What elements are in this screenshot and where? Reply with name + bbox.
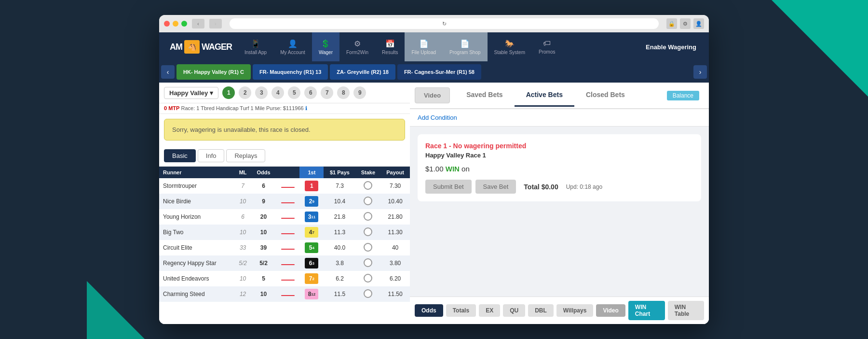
table-row: Charming Steed 12 10 812 11.5 11.50 [159,286,410,302]
nav-stable-system[interactable]: 🐎 Stable System [488,32,532,61]
nav-promos[interactable]: 🏷 Promos [532,32,562,61]
race-num-4[interactable]: 4 [271,86,284,99]
video-tab-btn[interactable]: Video [415,87,450,103]
nav-wager[interactable]: 💲 Wager [312,32,339,61]
race-tab-2[interactable]: ZA- Greyville (R2) 18 [330,64,395,80]
runner-payout: 10.40 [380,194,410,209]
race-tab-3[interactable]: FR- Cagnes-Sur-Mer (R1) 58 [397,64,481,80]
runner-name: Regency Happy Star [159,255,234,271]
next-race-btn[interactable]: › [693,65,707,79]
race-num-3[interactable]: 3 [255,86,268,99]
nav-program-shop[interactable]: 📄 Program Shop [443,32,487,61]
bottom-tab-video[interactable]: Video [596,304,625,317]
logo: AM 🐴 WAGER [164,40,238,54]
th-odds: Odds [251,167,275,178]
info-icon[interactable]: ℹ [305,105,307,111]
stable-label: Stable System [494,50,525,55]
bottom-tab-willpays[interactable]: Willpays [556,304,594,317]
tab-basic[interactable]: Basic [164,149,196,162]
browser-window: ‹ › ↻ 🔒 ⚙ 👤 AM 🐴 WAGER 📱 Install App 👤 [159,15,709,324]
enable-wagering[interactable]: Enable Wagering [638,43,704,51]
runner-payout: 21.80 [380,209,410,225]
results-label: Results [382,50,398,55]
nav-results[interactable]: 📅 Results [375,32,405,61]
win-on-row: $1.00 WIN on [425,165,693,173]
runner-payout: 3.80 [380,255,410,271]
runner-pos[interactable]: 63 [299,255,324,271]
runner-name: Stormtrouper [159,178,234,194]
maximize-dot[interactable] [181,21,187,27]
prev-race-btn[interactable]: ‹ [161,65,175,79]
race-num-1[interactable]: 1 [222,86,235,99]
race-selector-row: Happy Valley ▾ 1 2 3 4 5 6 7 8 9 [159,83,410,103]
stable-icon: 🐎 [505,39,515,48]
nav-account[interactable]: 👤 My Account [273,32,312,61]
saved-bets-tab[interactable]: Saved Bets [455,84,514,107]
add-condition-btn[interactable]: Add Condition [418,112,457,123]
runners-table: Runner ML Odds 1st $1 Pays Stake Payout [159,167,410,302]
minimize-dot[interactable] [173,21,178,27]
bet-tabs-row: Video Saved Bets Active Bets Closed Bets… [410,83,709,109]
runner-pays: 21.8 [324,209,355,225]
runner-pos[interactable]: 311 [299,209,324,225]
closed-bets-tab[interactable]: Closed Bets [574,84,637,107]
runner-pays: 7.3 [324,178,355,194]
nav-install-app[interactable]: 📱 Install App [238,32,273,61]
bottom-tab-win-table[interactable]: WIN Table [668,301,704,320]
nav-form2win[interactable]: ⚙ Form2Win [339,32,375,61]
promos-icon: 🏷 [543,39,551,48]
bottom-tab-odds[interactable]: Odds [415,304,443,317]
wager-label: Wager [319,50,333,55]
venue-select[interactable]: Happy Valley ▾ [164,87,218,99]
close-dot[interactable] [164,21,170,27]
th-stake: Stake [356,167,381,178]
results-icon: 📅 [385,39,395,48]
runner-pos[interactable]: 72 [299,271,324,286]
bet-actions: Submit Bet Save Bet Total $0.00 Upd: 0:1… [425,180,693,194]
account-label: My Account [280,50,305,55]
runner-pos[interactable]: 1 [299,178,324,194]
url-bar[interactable]: ↻ [230,18,659,29]
runner-pos[interactable]: 29 [299,194,324,209]
race-tab-0[interactable]: HK- Happy Valley (R1) C [176,64,251,80]
bottom-tab-qu[interactable]: QU [503,304,525,317]
install-icon: 📱 [251,39,260,48]
back-btn[interactable]: ‹ [192,19,204,28]
runner-odds: 5 [251,271,275,286]
form2win-icon: ⚙ [354,39,361,48]
active-bets-tab[interactable]: Active Bets [515,84,574,107]
bottom-tab-totals[interactable]: Totals [446,304,476,317]
runner-name: Young Horizon [159,209,234,225]
race-info: 0 MTP Race: 1 Tbred Handicap Turf 1 Mile… [159,103,410,114]
runner-pos[interactable]: 812 [299,286,324,302]
race-tab-1[interactable]: FR- Mauquenchy (R1) 13 [253,64,328,80]
upd-label: Upd: 0:18 ago [566,184,602,190]
race-num-6[interactable]: 6 [304,86,317,99]
bottom-tab-win-chart[interactable]: WIN Chart [628,301,665,320]
runner-stake [356,178,381,194]
runner-stake [356,209,381,225]
race-num-5[interactable]: 5 [288,86,300,99]
runner-pos[interactable]: 54 [299,240,324,255]
tab-info[interactable]: Info [198,149,225,162]
submit-bet-btn[interactable]: Submit Bet [425,180,472,194]
bottom-tabs: Odds Totals EX QU DBL Willpays Video WIN… [410,297,709,324]
th-runner: Runner [159,167,234,178]
tab-replays[interactable]: Replays [226,149,265,162]
th-ml: ML [234,167,252,178]
runner-stake [356,271,381,286]
race-num-2[interactable]: 2 [239,86,251,99]
race-num-8[interactable]: 8 [337,86,350,99]
runner-pos[interactable]: 47 [299,225,324,240]
race-num-9[interactable]: 9 [353,86,366,99]
runner-odds-bar [276,178,300,194]
race-num-7[interactable]: 7 [321,86,333,99]
save-bet-btn[interactable]: Save Bet [475,180,516,194]
runner-payout: 6.20 [380,271,410,286]
nav-file-upload[interactable]: 📄 File Upload [405,32,443,61]
bottom-tab-ex[interactable]: EX [479,304,500,317]
runner-odds-bar [276,240,300,255]
table-row: Stormtrouper 7 6 1 7.3 7.30 [159,178,410,194]
wager-icon: 💲 [321,39,330,48]
bottom-tab-dbl[interactable]: DBL [528,304,554,317]
